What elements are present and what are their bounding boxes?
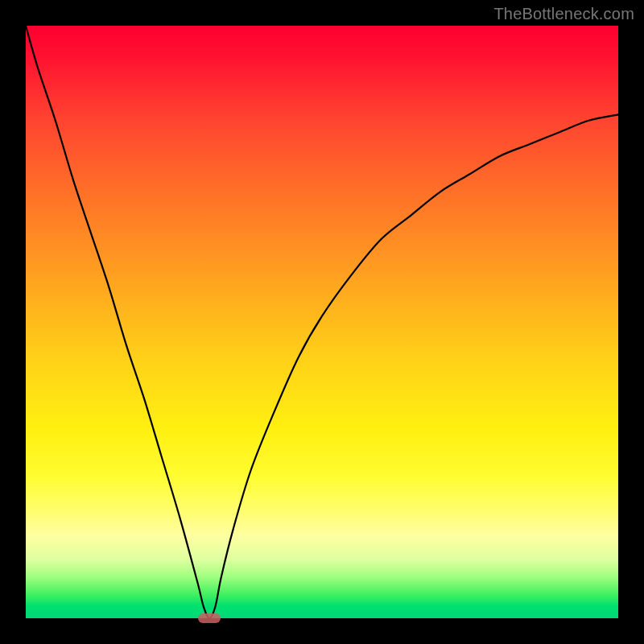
plot-area	[26, 26, 618, 618]
curve-layer	[26, 26, 618, 618]
chart-frame: TheBottleneck.com	[0, 0, 644, 644]
min-point-marker	[198, 613, 221, 623]
watermark-text: TheBottleneck.com	[493, 5, 634, 23]
bottleneck-curve	[26, 26, 618, 618]
